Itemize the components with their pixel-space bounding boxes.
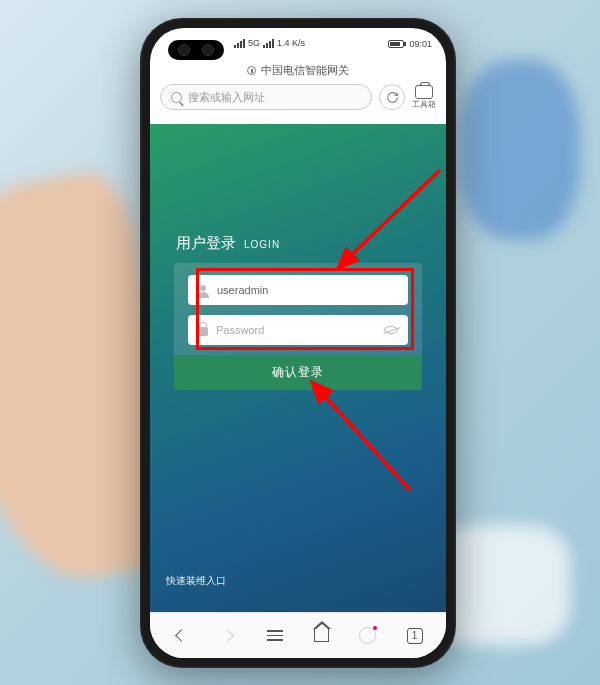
battery-icon [388, 40, 404, 48]
signal-icon [234, 39, 245, 48]
speed-label: 1.4 K/s [277, 38, 305, 48]
network-label: 5G [248, 38, 260, 48]
home-icon [314, 629, 329, 642]
login-heading: 用户登录 LOGIN [174, 234, 422, 253]
password-input[interactable] [216, 324, 376, 336]
back-button[interactable] [159, 618, 203, 654]
router-login-page: 用户登录 LOGIN 确认登录 快速装维入口 [150, 124, 446, 612]
lock-icon [198, 327, 208, 336]
chevron-right-icon [222, 629, 235, 642]
address-placeholder: 搜索或输入网址 [188, 90, 265, 105]
toggle-visibility-icon[interactable] [384, 326, 398, 334]
password-field[interactable] [188, 315, 408, 345]
home-button[interactable] [299, 618, 343, 654]
username-input[interactable] [217, 284, 398, 296]
quick-install-link[interactable]: 快速装维入口 [166, 574, 226, 588]
username-field[interactable] [188, 275, 408, 305]
signal-icon [263, 39, 274, 48]
user-icon [198, 285, 209, 296]
tabs-button[interactable]: 1 [393, 618, 437, 654]
menu-button[interactable] [253, 618, 297, 654]
phone-frame: 5G 1.4 K/s 09:01 中国电信智能网关 搜索或输入网址 工具箱 [140, 18, 456, 668]
toolbox-button[interactable]: 工具箱 [412, 85, 436, 110]
page-title-row: 中国电信智能网关 [150, 60, 446, 84]
camera-cutout [168, 40, 224, 60]
address-bar[interactable]: 搜索或输入网址 [160, 84, 372, 110]
refresh-button[interactable] [379, 84, 405, 110]
forward-button[interactable] [206, 618, 250, 654]
login-submit-button[interactable]: 确认登录 [174, 355, 422, 390]
toolbox-label: 工具箱 [412, 99, 436, 110]
lock-icon [247, 66, 256, 75]
menu-icon [267, 630, 283, 641]
browser-bottom-nav: 1 [150, 612, 446, 658]
clock: 09:01 [409, 39, 432, 49]
search-icon [171, 92, 182, 103]
extras-button[interactable] [346, 618, 390, 654]
circle-icon [359, 627, 376, 644]
toolbox-icon [415, 85, 433, 99]
chevron-left-icon [175, 629, 188, 642]
login-card: 确认登录 [174, 263, 422, 390]
site-title: 中国电信智能网关 [261, 63, 349, 78]
tab-count-icon: 1 [407, 628, 423, 644]
